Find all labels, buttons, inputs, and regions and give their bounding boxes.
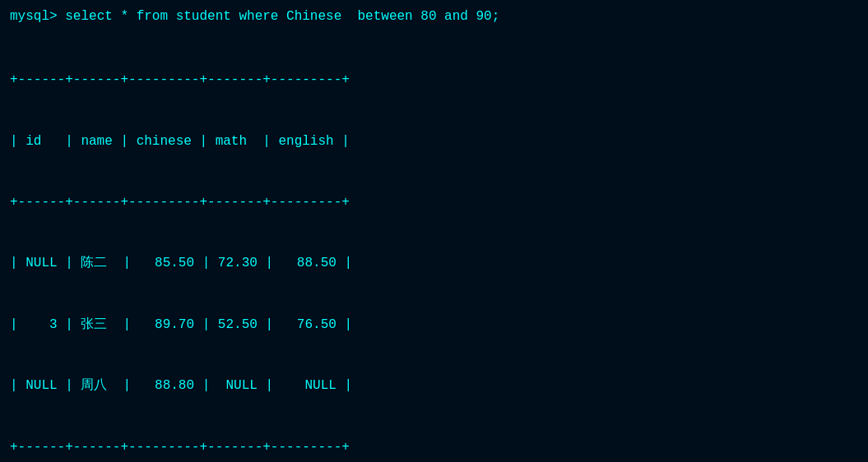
terminal: mysql> select * from student where Chine…: [10, 7, 858, 462]
sql1: select * from student where Chinese betw…: [65, 9, 499, 24]
table1-sep-bot: +------+------+---------+-------+-------…: [10, 437, 858, 458]
table1-sep-mid: +------+------+---------+-------+-------…: [10, 192, 858, 213]
table1: +------+------+---------+-------+-------…: [10, 30, 858, 462]
table1-row-0: | NULL | 陈二 | 85.50 | 72.30 | 88.50 |: [10, 253, 858, 274]
prompt1: mysql>: [10, 9, 65, 24]
table1-sep-top: +------+------+---------+-------+-------…: [10, 70, 858, 90]
table1-row-2: | NULL | 周八 | 88.80 | NULL | NULL |: [10, 376, 858, 396]
table1-header: | id | name | chinese | math | english |: [10, 132, 858, 152]
table1-row-1: | 3 | 张三 | 89.70 | 52.50 | 76.50 |: [10, 315, 858, 335]
query1-line: mysql> select * from student where Chine…: [10, 7, 858, 28]
